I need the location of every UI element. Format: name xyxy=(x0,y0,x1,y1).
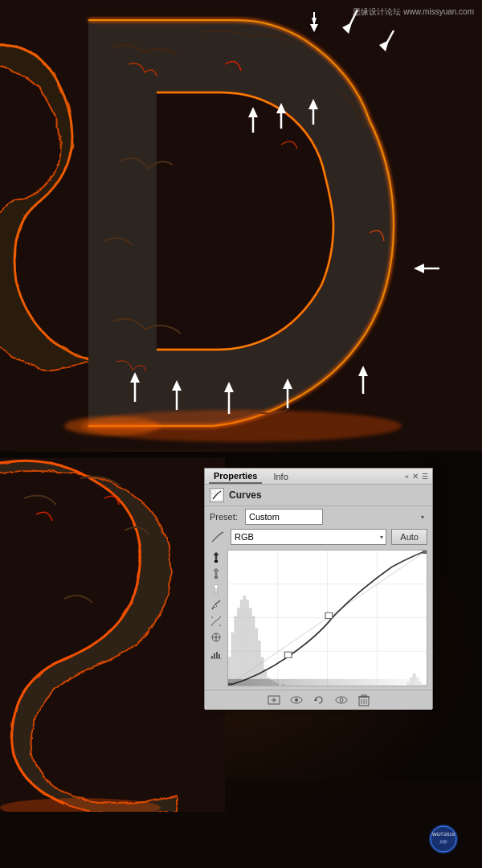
svg-rect-35 xyxy=(214,592,218,595)
reset-button[interactable] xyxy=(311,693,327,707)
svg-rect-92 xyxy=(362,695,366,697)
svg-rect-34 xyxy=(214,576,218,579)
svg-rect-80 xyxy=(423,551,427,554)
svg-rect-41 xyxy=(214,653,215,658)
panel-close-button[interactable]: ✕ xyxy=(412,472,419,481)
panel-titlebar: Properties Info « ✕ ☰ xyxy=(205,469,432,485)
svg-rect-58 xyxy=(243,596,247,686)
svg-rect-42 xyxy=(216,652,218,658)
panel-tabs: Properties Info xyxy=(209,469,293,484)
eyedropper-gray-tool[interactable] xyxy=(208,566,224,580)
delete-button[interactable] xyxy=(356,693,372,707)
watermark-bottom: WG©2019 光影 xyxy=(411,823,476,858)
panel-collapse-button[interactable]: « xyxy=(405,473,409,481)
curve-line-icon xyxy=(210,529,226,545)
curves-icon xyxy=(210,488,224,502)
on-canvas-tool[interactable] xyxy=(208,630,224,645)
eyedropper-black-tool[interactable] xyxy=(208,550,224,564)
svg-text:光影: 光影 xyxy=(439,839,447,844)
auto-button[interactable]: Auto xyxy=(391,529,427,545)
svg-rect-60 xyxy=(249,608,252,686)
svg-rect-63 xyxy=(258,641,261,686)
svg-rect-43 xyxy=(219,654,220,658)
svg-point-88 xyxy=(336,697,347,703)
smooth-curve-tool[interactable] xyxy=(208,614,224,628)
add-mask-button[interactable] xyxy=(266,693,282,707)
svg-marker-87 xyxy=(314,698,317,701)
section-divider xyxy=(0,452,482,458)
svg-rect-56 xyxy=(237,608,240,686)
properties-panel: Properties Info « ✕ ☰ Curves Preset: Cus… xyxy=(204,468,433,709)
panel-footer xyxy=(205,690,432,710)
tab-info[interactable]: Info xyxy=(268,470,292,483)
preset-select-wrapper: Custom Default Strong Contrast Increase … xyxy=(245,509,427,525)
svg-rect-62 xyxy=(255,628,258,686)
visibility-toggle-button[interactable] xyxy=(288,693,304,707)
svg-point-86 xyxy=(295,698,298,702)
tools-and-graph xyxy=(205,547,432,690)
svg-point-36 xyxy=(214,605,217,608)
fire-letter-s-bottom xyxy=(0,458,225,812)
svg-rect-77 xyxy=(325,612,333,618)
panel-menu-button[interactable]: ☰ xyxy=(422,473,428,481)
curve-pencil-tool[interactable] xyxy=(208,598,224,612)
svg-rect-55 xyxy=(234,616,237,686)
svg-rect-59 xyxy=(246,600,249,686)
svg-rect-61 xyxy=(252,616,255,686)
curves-graph[interactable] xyxy=(227,550,427,686)
tab-properties[interactable]: Properties xyxy=(209,469,262,484)
histogram-display-icon[interactable] xyxy=(208,646,224,661)
svg-point-89 xyxy=(340,698,343,702)
preset-select[interactable]: Custom Default Strong Contrast Increase … xyxy=(245,509,323,525)
tool-icons xyxy=(205,548,227,688)
preset-label: Preset: xyxy=(210,512,240,522)
eyedropper-white-tool[interactable] xyxy=(208,582,224,596)
svg-text:WG©2019: WG©2019 xyxy=(432,832,455,837)
channel-select[interactable]: RGB Red Green Blue xyxy=(231,529,386,545)
svg-rect-78 xyxy=(284,652,292,657)
view-previous-button[interactable] xyxy=(333,693,349,707)
fire-letters-top xyxy=(0,0,482,450)
preset-row: Preset: Custom Default Strong Contrast I… xyxy=(205,506,432,527)
curves-title: Curves xyxy=(229,489,262,501)
svg-point-2 xyxy=(64,416,161,436)
svg-rect-40 xyxy=(211,656,213,658)
svg-rect-33 xyxy=(214,560,218,563)
panel-title-section: Curves xyxy=(205,485,432,506)
panel-controls: « ✕ ☰ xyxy=(405,472,428,481)
svg-rect-81 xyxy=(228,679,427,686)
watermark-top: 思缘设计论坛 www.missyuan.com xyxy=(353,6,474,18)
svg-rect-54 xyxy=(231,633,235,686)
channel-row: RGB Red Green Blue ▾ Auto xyxy=(205,527,432,547)
channel-select-wrapper: RGB Red Green Blue ▾ xyxy=(231,529,386,545)
preset-select-arrow: ▾ xyxy=(421,514,424,521)
svg-rect-57 xyxy=(240,600,243,686)
